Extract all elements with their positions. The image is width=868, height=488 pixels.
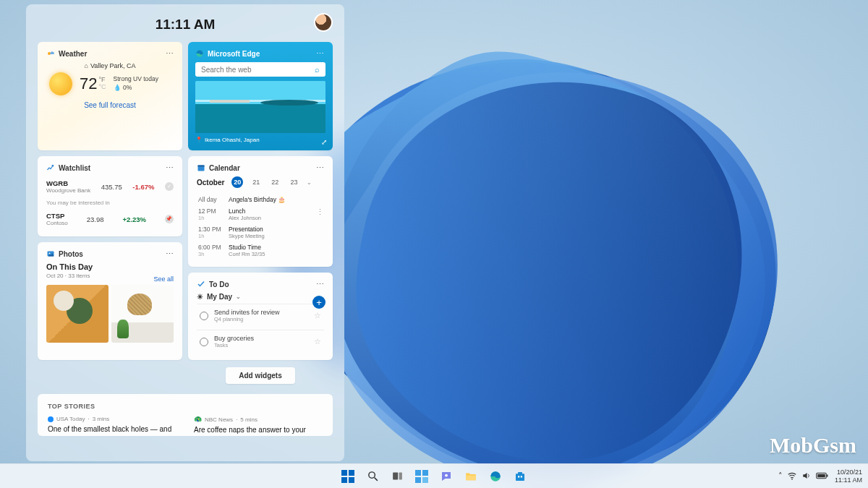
- search-button[interactable]: [362, 466, 383, 487]
- watchlist-row[interactable]: WGRBWoodgrove Bank 435.75 -1.67% ✓: [46, 176, 174, 197]
- calendar-day[interactable]: 21: [250, 178, 262, 187]
- svg-rect-7: [210, 100, 250, 103]
- edge-search-bar[interactable]: ⌕: [195, 62, 326, 77]
- todo-item[interactable]: Send invites for reviewQ4 planning ☆: [197, 304, 324, 327]
- source-logo-icon: [48, 416, 54, 422]
- edge-featured-image[interactable]: [195, 81, 326, 133]
- expand-icon[interactable]: ⤢: [321, 138, 327, 146]
- calendar-day[interactable]: 23: [288, 178, 299, 187]
- source-logo-icon: 🦚: [194, 416, 202, 423]
- calendar-day[interactable]: 22: [269, 178, 281, 187]
- wifi-icon[interactable]: [787, 471, 797, 482]
- star-icon[interactable]: ☆: [314, 311, 321, 320]
- photo-thumbnail[interactable]: [111, 285, 174, 343]
- pin-icon[interactable]: ✓: [165, 182, 174, 191]
- task-checkbox[interactable]: [200, 338, 208, 346]
- star-icon[interactable]: ☆: [314, 337, 321, 346]
- photos-widget[interactable]: Photos ⋯ On This Day Oct 20 · 33 items S…: [38, 242, 182, 360]
- add-widgets-button[interactable]: Add widgets: [226, 367, 294, 384]
- event-more-icon[interactable]: ⋮: [316, 207, 324, 217]
- file-explorer-button[interactable]: [460, 466, 482, 487]
- taskbar-tray: ˄ 10/20/21 11:11 AM: [778, 468, 862, 484]
- todo-list-label: My Day: [207, 293, 232, 301]
- pin-icon[interactable]: 📌: [165, 215, 174, 223]
- battery-icon[interactable]: [816, 471, 829, 481]
- task-view-button[interactable]: [386, 466, 408, 487]
- top-stories-heading: TOP STORIES: [48, 403, 323, 410]
- task-checkbox[interactable]: [200, 312, 208, 320]
- watermark-text: MobGsm: [770, 433, 856, 458]
- top-stories-widget[interactable]: TOP STORIES USA Today · 3 mins One of th…: [38, 394, 333, 436]
- calendar-widget[interactable]: Calendar ⋯ October 20 21 22 23 ⌄ All day…: [188, 156, 333, 267]
- photos-heading: On This Day: [46, 262, 174, 271]
- calendar-title: Calendar: [209, 164, 240, 172]
- svg-rect-20: [415, 470, 421, 476]
- svg-point-24: [445, 474, 448, 476]
- news-story[interactable]: USA Today · 3 mins One of the smallest b…: [48, 416, 176, 435]
- edge-button[interactable]: [485, 466, 506, 487]
- svg-rect-25: [466, 475, 476, 480]
- svg-rect-19: [399, 473, 401, 480]
- photo-thumbnail[interactable]: [46, 285, 109, 343]
- taskbar: ˄ 10/20/21 11:11 AM: [0, 463, 868, 488]
- watchlist-title: Watchlist: [59, 164, 90, 172]
- calendar-day-selected[interactable]: 20: [231, 176, 243, 188]
- droplet-icon: 💧: [114, 84, 122, 91]
- todo-widget[interactable]: To Do ⋯ ☀My Day⌄ + Send invites for revi…: [188, 273, 333, 360]
- start-button[interactable]: [337, 466, 359, 487]
- svg-rect-30: [521, 476, 522, 477]
- edge-caption: Ikema Ohashi, Japan: [205, 137, 260, 143]
- widget-more-button[interactable]: ⋯: [314, 162, 327, 174]
- edge-search-input[interactable]: [201, 66, 315, 74]
- widgets-button[interactable]: [411, 466, 433, 487]
- todo-icon: [197, 280, 205, 288]
- calendar-event[interactable]: 6:00 PM3h Studio TimeConf Rm 32/35: [192, 241, 324, 260]
- svg-rect-15: [349, 477, 354, 483]
- svg-rect-29: [518, 476, 519, 477]
- chevron-down-icon[interactable]: ⌄: [236, 294, 241, 300]
- weather-temp: 72: [80, 74, 97, 93]
- chevron-down-icon[interactable]: ⌄: [307, 179, 312, 186]
- news-story[interactable]: 🦚NBC News · 5 mins Are coffee naps the a…: [194, 416, 323, 435]
- svg-point-16: [368, 472, 374, 479]
- weather-widget[interactable]: Weather ⋯ ⌂Valley Park, CA 72 °F°C Stron…: [38, 42, 182, 150]
- chat-button[interactable]: [435, 466, 457, 487]
- widgets-panel: 11:11 AM Weather ⋯ ⌂Valley Park, CA 72 °…: [26, 4, 344, 461]
- location-pin-icon: 📍: [195, 137, 203, 143]
- weather-summary: Strong UV today: [114, 75, 158, 84]
- sun-icon: ☀: [197, 293, 203, 301]
- svg-rect-14: [341, 477, 347, 483]
- calendar-event[interactable]: 1:30 PM1h PresentationSkype Meeting: [192, 223, 324, 241]
- edge-widget[interactable]: Microsoft Edge ⋯ ⌕ 📍Ikema Ohashi, Japan⤢: [188, 42, 333, 150]
- widget-more-button[interactable]: ⋯: [163, 48, 176, 59]
- photos-icon: [46, 249, 55, 258]
- weather-forecast-link[interactable]: See full forecast: [46, 101, 174, 109]
- weather-precip: 0%: [123, 84, 132, 91]
- watchlist-row[interactable]: CTSPContoso 23.98 +2.23% 📌: [46, 209, 174, 229]
- widget-more-button[interactable]: ⋯: [314, 48, 327, 59]
- volume-icon[interactable]: [801, 471, 812, 482]
- photos-see-all-link[interactable]: See all: [153, 275, 174, 283]
- widgets-header: 11:11 AM: [38, 13, 333, 36]
- weather-icon: [46, 49, 55, 58]
- store-button[interactable]: [509, 466, 531, 487]
- chevron-up-icon[interactable]: ˄: [778, 471, 783, 481]
- todo-item[interactable]: Buy groceriesTasks ☆: [197, 330, 324, 353]
- svg-point-11: [49, 253, 51, 254]
- widget-more-button[interactable]: ⋯: [314, 278, 327, 290]
- calendar-month: October: [197, 179, 224, 187]
- svg-rect-28: [518, 472, 522, 474]
- calendar-event[interactable]: All day Angela's Birthday 🎂: [192, 194, 324, 205]
- svg-rect-22: [415, 477, 421, 483]
- svg-line-17: [374, 478, 377, 481]
- add-task-button[interactable]: +: [312, 296, 326, 309]
- widget-more-button[interactable]: ⋯: [163, 248, 176, 260]
- svg-rect-34: [827, 474, 828, 476]
- todo-title: To Do: [209, 281, 229, 288]
- widget-more-button[interactable]: ⋯: [163, 162, 176, 174]
- taskbar-center: [337, 466, 531, 487]
- calendar-event[interactable]: 12 PM1h LunchAlex Johnson ⋮: [192, 205, 324, 223]
- user-avatar[interactable]: [314, 13, 333, 32]
- taskbar-clock[interactable]: 10/20/21 11:11 AM: [835, 468, 862, 484]
- watchlist-widget[interactable]: Watchlist ⋯ WGRBWoodgrove Bank 435.75 -1…: [38, 156, 182, 236]
